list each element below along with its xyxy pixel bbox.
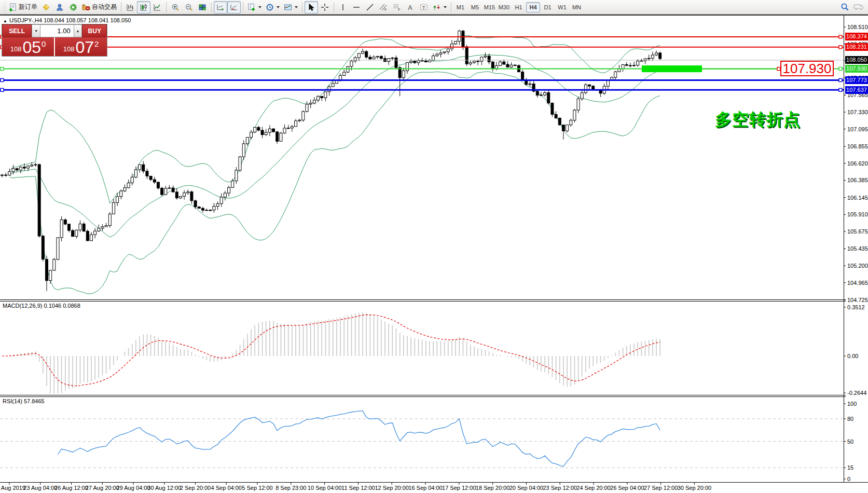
time-axis-label: 30 Sep 20:00 [678,485,711,491]
time-axis-label: 23 Aug 04:00 [23,485,57,491]
search-button[interactable] [838,1,851,13]
time-axis-label: 21 Aug 2019 [0,485,25,491]
text-button[interactable]: A [404,1,417,13]
time-axis-label: 8 Sep 23:00 [275,485,306,491]
text-label-button[interactable]: T [417,1,431,13]
new-order-button[interactable]: 新订单 [7,1,39,13]
trading-terminal-window: 新订单 [0,0,868,493]
timeframe-h1[interactable]: H1 [512,2,526,12]
sell-button[interactable]: SELL [2,24,32,37]
toolbar: 新订单 [0,0,868,15]
autotrading-button[interactable]: 自动交易 [80,1,119,13]
trendline-button[interactable] [363,1,377,13]
horizontal-line-button[interactable] [350,1,363,13]
tile-windows-button[interactable] [196,1,209,13]
macd-tick-label: 0.3512 [847,304,865,310]
auto-scroll-button[interactable] [214,1,227,13]
toolbar-grip[interactable] [3,2,6,12]
timeframe-d1[interactable]: D1 [541,2,555,12]
time-axis-label: 12 Sep 20:00 [375,485,408,491]
equidistant-channel-button[interactable]: E [377,1,390,13]
rsi-indicator-label: RSI(14) 57.8465 [3,398,45,404]
chat-button[interactable] [851,1,866,13]
price-badge-green: 107.930 [845,65,868,73]
price-tick-label: 106.620 [847,160,868,167]
time-axis-label: 4 Sep 04:00 [211,485,242,491]
timeframe-m15[interactable]: M15 [483,2,497,12]
periods-button[interactable] [264,1,282,13]
turning-point-annotation[interactable]: 多空转折点 [715,108,801,131]
svg-text:A: A [408,4,412,11]
cursor-button[interactable] [305,1,318,13]
price-badge-red: 108.231 [845,43,868,51]
community-button[interactable] [53,1,66,13]
price-tick-label: 108.510 [847,24,868,30]
autotrading-icon [82,3,90,11]
time-axis-label: 2 Sep 20:00 [180,485,211,491]
periods-clock-icon [266,3,274,11]
arrows-button[interactable] [431,1,449,13]
zoom-out-button[interactable] [182,1,196,13]
price-badge-blue: 107.773 [845,76,868,84]
time-axis-label: 26 Aug 12:00 [54,485,88,491]
indicators-button[interactable]: f [245,1,264,13]
fibonacci-button[interactable]: F [390,1,404,13]
volume-increase-button[interactable]: ▲ [74,24,82,37]
time-axis-label: 11 Sep 12:00 [341,485,375,491]
chart-canvas[interactable]: 108.510108.275108.040107.805107.565107.3… [0,0,868,493]
timeframe-mn[interactable]: MN [570,2,584,12]
bar-chart-button[interactable] [123,1,137,13]
buy-button[interactable]: BUY [82,24,107,37]
time-axis-label: 30 Aug 12:00 [147,485,181,491]
line-chart-button[interactable] [150,1,164,13]
svg-text:E: E [384,8,387,11]
price-tick-label: 105.435 [847,245,868,252]
timeframe-group: M1M5M15M30H1H4D1W1MN [453,2,584,12]
time-axis-label: 24 Sep 20:00 [576,485,610,491]
price-callout-label[interactable]: 107.930 [780,61,834,76]
zoom-out-icon [185,3,193,11]
toolbar-separator [334,2,334,12]
equidistant-channel-icon: E [379,3,388,11]
time-axis-label: 23 Sep 12:00 [543,485,576,491]
news-button[interactable] [66,1,80,13]
sell-price-display[interactable]: 108050 [2,37,54,56]
zoom-in-button[interactable] [169,1,182,13]
price-badge-blue: 107.637 [845,86,868,94]
chat-bubbles-icon [853,3,864,11]
time-axis-label: 10 Sep 04:00 [308,485,341,491]
toolbar-separator [243,2,243,12]
buy-price-display[interactable]: 108072 [55,37,107,56]
templates-icon [284,3,292,11]
templates-button[interactable] [282,1,300,13]
timeframe-m30[interactable]: M30 [497,2,511,12]
text-icon: A [406,3,415,11]
timeframe-m1[interactable]: M1 [453,2,467,12]
line-chart-icon [153,3,161,11]
volume-input[interactable]: 1.00 [40,24,73,37]
timeframe-h4[interactable]: H4 [526,2,540,12]
crosshair-button[interactable] [318,1,332,13]
vertical-line-icon [339,3,347,11]
time-axis-label: 5 Sep 12:00 [242,485,272,491]
metaeditor-button[interactable] [39,1,53,13]
chart-shift-icon [230,3,238,11]
rsi-tick-label: 50 [847,439,853,445]
price-tick-label: 104.725 [847,297,868,303]
toolbar-separator [121,2,121,12]
vertical-line-button[interactable] [336,1,350,13]
volume-decrease-button[interactable]: ▼ [32,24,40,37]
time-axis-label: 27 Aug 20:00 [86,485,119,491]
time-axis-label: 20 Sep 04:00 [509,485,543,491]
toolbar-separator [451,2,451,12]
chart-shift-button[interactable] [227,1,241,13]
svg-text:F: F [398,7,401,11]
timeframe-m5[interactable]: M5 [468,2,482,12]
rsi-tick-label: 15 [847,464,853,471]
collapse-arrow-icon[interactable]: ▲ [3,19,7,23]
candlestick-chart-button[interactable] [137,1,150,13]
timeframe-w1[interactable]: W1 [555,2,569,12]
svg-text:T: T [422,5,425,10]
dropdown-caret-icon [277,6,280,8]
dropdown-caret-icon [295,6,298,8]
